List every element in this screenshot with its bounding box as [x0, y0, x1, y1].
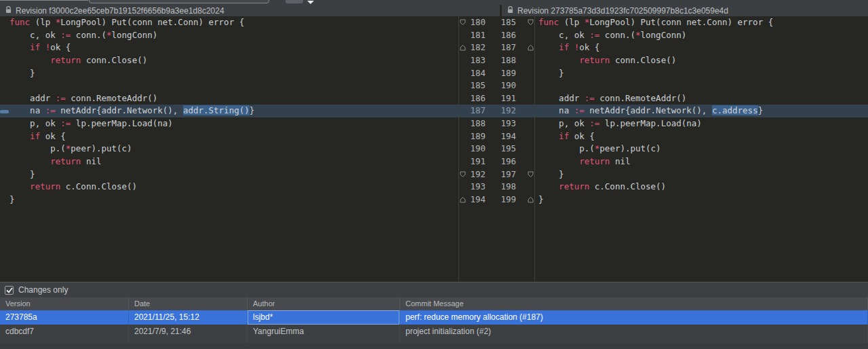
code-line[interactable]: return c.Conn.Close(): [0, 181, 458, 194]
code-line[interactable]: return nil: [535, 155, 868, 168]
fold-down-icon[interactable]: [460, 19, 466, 26]
gutter-row: 188193: [459, 117, 534, 130]
fold-down-icon[interactable]: [528, 171, 534, 178]
fold-down-icon[interactable]: [528, 19, 534, 26]
cell-date[interactable]: 2021/11/25, 15:12: [129, 310, 248, 325]
lock-icon: [507, 6, 513, 16]
gutter-row: 190195: [459, 143, 534, 155]
code-line[interactable]: }: [0, 168, 458, 181]
changed-text-highlight: addr.String(): [183, 105, 250, 115]
code-line[interactable]: na := netAddr{addr.Network(), c.address}: [535, 105, 868, 117]
code-line[interactable]: if !ok {: [0, 41, 458, 54]
right-line-number: 187: [486, 41, 516, 54]
history-row[interactable]: 273785a2021/11/25, 15:12lsjbd*perf: redu…: [0, 310, 868, 325]
left-editor-pane[interactable]: func (lp *LongPool) Put(conn net.Conn) e…: [0, 16, 458, 206]
right-line-number: 194: [486, 130, 516, 143]
gutter-row: 192197: [459, 168, 534, 181]
code-line[interactable]: p.(*peer).put(c): [535, 143, 868, 155]
code-line[interactable]: return conn.Close(): [535, 54, 868, 67]
cell-date[interactable]: 2021/7/9, 21:46: [129, 325, 248, 339]
code-line[interactable]: addr := conn.RemoteAddr(): [0, 92, 458, 105]
toolbar-button-cutoff[interactable]: [285, 0, 303, 3]
diff-code-area: func (lp *LongPool) Put(conn net.Conn) e…: [0, 16, 868, 282]
column-header-commit-message[interactable]: Commit Message: [400, 297, 868, 310]
code-line[interactable]: if ok {: [0, 130, 458, 143]
column-header-date[interactable]: Date: [129, 297, 248, 310]
code-line[interactable]: }: [0, 194, 458, 206]
gutter-row: 184189: [459, 67, 534, 80]
right-line-number: 198: [486, 181, 516, 194]
left-line-number: 186: [459, 92, 486, 105]
code-line[interactable]: return nil: [0, 155, 458, 168]
cell-version[interactable]: cdbcdf7: [0, 325, 129, 339]
left-line-number: 189: [459, 130, 486, 143]
gutter-row: 181186: [459, 29, 534, 42]
changes-only-bar: Changes only: [0, 282, 868, 297]
code-line[interactable]: c, ok := conn.(*longConn): [535, 29, 868, 42]
right-line-number: 189: [486, 67, 516, 80]
gutter-row: 183188: [459, 54, 534, 67]
cell-author[interactable]: lsjbd*: [248, 310, 400, 325]
gutter-row: 194199: [459, 194, 534, 206]
code-line[interactable]: p, ok := lp.peerMap.Load(na): [0, 117, 458, 130]
changes-only-checkbox[interactable]: [5, 286, 14, 295]
code-line[interactable]: }: [535, 168, 868, 181]
right-line-number: 186: [486, 29, 516, 42]
left-line-number: 188: [459, 117, 486, 130]
column-header-author[interactable]: Author: [248, 297, 400, 310]
gutter-row: 180185: [459, 16, 534, 29]
fold-up-icon[interactable]: [460, 44, 466, 51]
chevron-down-icon[interactable]: [307, 1, 314, 4]
code-line[interactable]: }: [0, 67, 458, 80]
code-line[interactable]: return conn.Close(): [0, 54, 458, 67]
code-line[interactable]: func (lp *LongPool) Put(conn net.Conn) e…: [0, 16, 458, 29]
right-revision-header: Revision 273785a73d3d1923fc702509997b8c1…: [502, 5, 868, 16]
code-line[interactable]: addr := conn.RemoteAddr(): [535, 92, 868, 105]
code-line[interactable]: if ok {: [535, 130, 868, 143]
code-line[interactable]: if !ok {: [535, 41, 868, 54]
right-line-number: 196: [486, 155, 516, 168]
cell-message[interactable]: project initialization (#2): [400, 325, 868, 339]
gutter-row: 185190: [459, 79, 534, 92]
line-number-gutter: 1801851811861821871831881841891851901861…: [459, 16, 534, 206]
gutter-row: 189194: [459, 130, 534, 143]
left-line-number: 181: [459, 29, 486, 42]
right-revision-title: Revision 273785a73d3d1923fc702509997b8c1…: [517, 6, 728, 16]
code-line[interactable]: [535, 79, 868, 92]
fold-up-icon[interactable]: [528, 44, 534, 51]
code-line[interactable]: return c.Conn.Close(): [535, 181, 868, 194]
left-line-number: 190: [459, 143, 486, 155]
code-line[interactable]: p.(*peer).put(c): [0, 143, 458, 155]
code-line[interactable]: p, ok := lp.peerMap.Load(na): [535, 117, 868, 130]
cell-author[interactable]: YangruiEmma: [248, 325, 400, 339]
right-line-number: 192: [486, 105, 516, 117]
right-line-number: 199: [486, 194, 516, 206]
right-line-number: 195: [486, 143, 516, 155]
left-revision-title: Revision f3000c2ee65ceb7b19152f6656b9a3e…: [16, 6, 224, 16]
column-header-version[interactable]: Version: [0, 297, 129, 310]
fold-up-icon[interactable]: [528, 196, 534, 203]
code-line[interactable]: }: [535, 194, 868, 206]
left-line-number: 184: [459, 67, 486, 80]
lock-icon: [5, 6, 12, 16]
code-line[interactable]: }: [535, 67, 868, 80]
changed-text-highlight: c.address: [712, 105, 758, 115]
code-line[interactable]: func (lp *LongPool) Put(conn net.Conn) e…: [535, 16, 868, 29]
history-row[interactable]: cdbcdf72021/7/9, 21:46YangruiEmmaproject…: [0, 325, 868, 339]
toolbar-input-cutoff[interactable]: [89, 0, 269, 3]
code-line[interactable]: c, ok := conn.(*longConn): [0, 29, 458, 42]
gutter-row: 186191: [459, 92, 534, 105]
history-table: VersionDateAuthorCommit Message 273785a2…: [0, 297, 868, 343]
left-line-number: 183: [459, 54, 486, 67]
fold-down-icon[interactable]: [460, 171, 466, 178]
code-line[interactable]: na := netAddr{addr.Network(), addr.Strin…: [0, 105, 458, 117]
gutter-row: 191196: [459, 155, 534, 168]
changes-only-label: Changes only: [18, 285, 68, 295]
cell-message[interactable]: perf: reduce memory allocation (#187): [400, 310, 868, 325]
fold-up-icon[interactable]: [460, 196, 466, 203]
cell-version[interactable]: 273785a: [0, 310, 129, 325]
code-line[interactable]: [0, 79, 458, 92]
right-editor-pane[interactable]: func (lp *LongPool) Put(conn net.Conn) e…: [535, 16, 868, 206]
left-line-number: 185: [459, 79, 486, 92]
gutter-row: 193198: [459, 181, 534, 194]
